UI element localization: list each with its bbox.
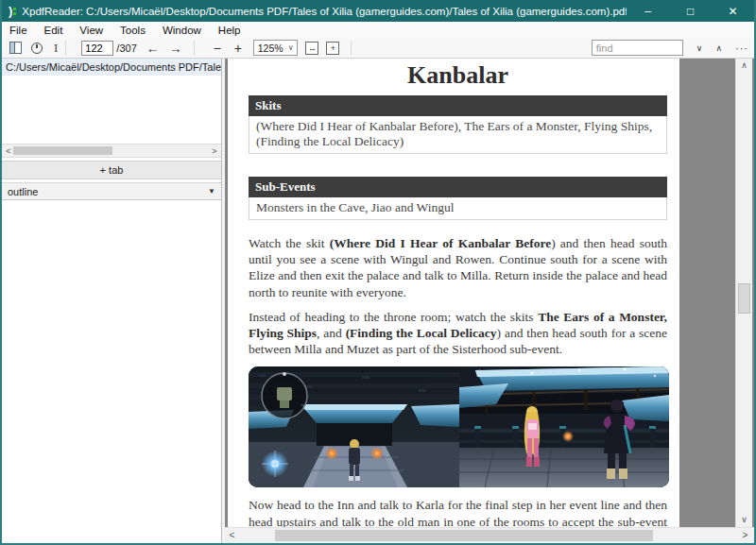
scroll-down-icon[interactable]: ∨ <box>736 513 752 527</box>
maximize-button[interactable]: □ <box>669 0 712 22</box>
zoom-level-select[interactable]: 125% ∨ <box>253 40 299 56</box>
section-header: Skits <box>249 95 667 116</box>
vertical-scrollbar[interactable]: ∧ ∨ <box>735 59 752 527</box>
close-button[interactable]: ✕ <box>712 0 754 22</box>
toolbar: I /307 ← → − + 125% ∨ ↔ + ∨ ∧ ··· <box>2 38 754 59</box>
find-previous-button[interactable]: ∧ <box>715 43 722 53</box>
horizontal-scrollbar[interactable]: < > <box>225 527 754 543</box>
document-tab[interactable]: C:/Users/Micaël/Desktop/Documents PDF/Ta… <box>2 59 221 76</box>
section-header: Sub-Events <box>249 177 667 197</box>
page-title: Kanbalar <box>249 59 667 90</box>
menu-item-tools[interactable]: Tools <box>112 22 154 38</box>
find-next-button[interactable]: ∨ <box>696 43 703 53</box>
menu-item-window[interactable]: Window <box>154 22 210 38</box>
minimize-button[interactable]: – <box>627 0 669 22</box>
scrollbar-thumb[interactable] <box>738 283 750 314</box>
menubar: FileEditViewToolsWindowHelp <box>2 22 754 38</box>
history-forward-button[interactable]: → <box>169 41 182 56</box>
outline-dropdown-label: outline <box>8 186 38 197</box>
menu-item-edit[interactable]: Edit <box>36 22 72 38</box>
zoom-in-button[interactable]: + <box>232 41 244 56</box>
paragraph: Instead of heading to the throne room; w… <box>249 309 667 358</box>
outline-dropdown[interactable]: outline ▼ <box>2 182 221 200</box>
app-window: ) XpdfReader: C:/Users/Micaël/Desktop/Do… <box>0 0 756 545</box>
scroll-left-icon[interactable]: < <box>225 528 239 543</box>
scrollbar-thumb[interactable] <box>13 146 112 155</box>
fit-width-button[interactable]: ↔ <box>305 42 318 55</box>
page-number-input[interactable] <box>81 41 113 56</box>
scroll-right-icon[interactable]: > <box>738 528 752 543</box>
scroll-up-icon[interactable]: ∧ <box>736 59 752 73</box>
xpdf-app-icon: ) <box>9 5 16 17</box>
sidebar-toggle-icon[interactable] <box>9 42 22 54</box>
scroll-right-icon[interactable]: > <box>208 146 221 156</box>
text-select-icon[interactable]: I <box>54 41 58 56</box>
titlebar: ) XpdfReader: C:/Users/Micaël/Desktop/Do… <box>2 0 754 22</box>
outline-panel <box>2 200 221 543</box>
menu-item-help[interactable]: Help <box>210 22 249 38</box>
history-back-button[interactable]: ← <box>146 41 160 56</box>
paragraph: Watch the skit (Where Did I Hear of Kanb… <box>249 235 667 300</box>
add-tab-button[interactable]: + tab <box>2 161 221 179</box>
section-content: Monsters in the Cave, Jiao and Wingul <box>249 197 667 220</box>
find-input[interactable] <box>592 40 683 56</box>
fit-page-button[interactable]: + <box>326 42 339 55</box>
scrollbar-thumb[interactable] <box>275 530 653 541</box>
zoom-out-button[interactable]: − <box>212 41 223 56</box>
game-screenshot-image <box>249 366 669 487</box>
pdf-viewer: Kanbalar Skits (Where Did I Hear of Kanb… <box>225 59 754 543</box>
sidebar-horizontal-scrollbar[interactable]: < > <box>2 144 221 158</box>
tabs-list: C:/Users/Micaël/Desktop/Documents PDF/Ta… <box>2 59 221 144</box>
sidebar: C:/Users/Micaël/Desktop/Documents PDF/Ta… <box>2 59 222 543</box>
pdf-page: Kanbalar Skits (Where Did I Hear of Kanb… <box>228 59 679 527</box>
paragraph: Now head to the Inn and talk to Karla fo… <box>249 497 667 527</box>
section-content: (Where Did I Hear of Kanbalar Before), T… <box>249 116 667 154</box>
chevron-down-icon: ∨ <box>288 43 294 52</box>
menu-item-view[interactable]: View <box>71 22 112 38</box>
window-title: XpdfReader: C:/Users/Micaël/Desktop/Docu… <box>22 6 627 17</box>
page-total-label: /307 <box>116 43 136 54</box>
chevron-down-icon: ▼ <box>208 187 215 196</box>
skits-section: Skits (Where Did I Hear of Kanbalar Befo… <box>249 95 667 154</box>
find-options-button[interactable]: ··· <box>735 43 748 54</box>
sub-events-section: Sub-Events Monsters in the Cave, Jiao an… <box>249 177 667 220</box>
scroll-mode-icon[interactable] <box>31 43 43 54</box>
menu-item-file[interactable]: File <box>2 22 36 38</box>
